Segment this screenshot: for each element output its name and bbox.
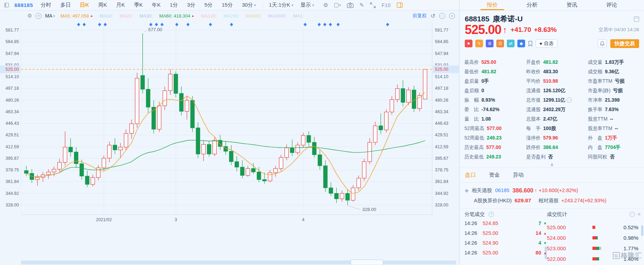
timeframe-tab-周K[interactable]: 周K: [98, 2, 107, 8]
price-adjust-mode-link[interactable]: 前复权: [412, 13, 427, 19]
chart-toolbar: 688185 分时多日日K周K月K季K年K1分3分5分15分30分▾ 1天:1分…: [0, 0, 459, 11]
ma-legend-items: MA5: 497.058▲MA10:MA20:MA30:MA60: 418.30…: [60, 13, 304, 19]
quote-cell-最高价: 最高价525.00: [464, 57, 526, 67]
price-up-arrow-icon: ↑: [503, 25, 507, 35]
subtab-资金[interactable]: 资金: [489, 171, 500, 179]
quote-cell-昨收价: 昨收价483.30: [526, 67, 588, 76]
timeframe-tab-15分[interactable]: 15分: [222, 2, 233, 8]
quote-cell-量比: 量 比1.08: [464, 114, 526, 124]
alert-bell-icon[interactable]: [598, 39, 607, 48]
stat-row[interactable]: 525.0000.52%: [547, 222, 640, 232]
quote-grid: 最高价525.00开盘价481.82成交量1.83万手最低价481.82昨收价4…: [460, 57, 644, 162]
ma-close-icon[interactable]: ×: [35, 13, 41, 19]
ma-legend-MA20[interactable]: MA20:: [120, 13, 133, 19]
undo-icon[interactable]: ↺: [431, 13, 435, 19]
quote-cell-52周最低: 52周最低249.23: [464, 133, 526, 143]
help-question-icon[interactable]: ?: [489, 212, 494, 217]
tick-row[interactable]: 14:26524.904▼: [464, 238, 547, 248]
stock-code: 688185: [465, 15, 489, 23]
timeframe-tab-季K[interactable]: 季K: [134, 2, 143, 8]
timeframe-tab-5分[interactable]: 5分: [204, 2, 213, 8]
tab-报价[interactable]: 报价: [485, 0, 500, 10]
quote-cell-是否盈利: 是否盈利否: [526, 152, 588, 162]
gelonghui-watermark: G 格隆汇: [613, 251, 642, 260]
draw-pencil-icon[interactable]: ✎: [360, 2, 364, 8]
tab-评论[interactable]: 评论: [604, 0, 619, 10]
tick-row[interactable]: 14:26525.0080▲: [464, 248, 547, 258]
ma-row-right: 前复权 ↺ − +: [412, 13, 459, 19]
f10-button[interactable]: F10: [382, 3, 391, 8]
ma-legend-MA10[interactable]: MA10:: [100, 13, 113, 19]
chart-region: 688185 分时多日日K周K月K季K年K1分3分5分15分30分▾ 1天:1分…: [0, 0, 459, 265]
period-selector[interactable]: 1天:1分K ▾: [269, 2, 293, 8]
timeframe-tab-月K[interactable]: 月K: [116, 2, 125, 8]
subtab-盘口[interactable]: 盘口: [465, 171, 476, 179]
svg-text:514.10: 514.10: [435, 74, 448, 79]
timeframe-tab-3分[interactable]: 3分: [187, 2, 195, 8]
ma-legend-MA500[interactable]: MA500:: [246, 13, 262, 19]
settings-gear-icon[interactable]: ⚙: [323, 2, 328, 8]
related-hk-line[interactable]: ◈ 相关港股 06185 386.600 ↑ +10.600(+2.82%): [465, 186, 639, 195]
quote-cell-平均价: 平均价510.98: [526, 76, 588, 86]
volume-stats-title: 成交统计: [547, 211, 567, 218]
bookmark-icon[interactable]: [528, 41, 533, 47]
timeframe-tab-1分[interactable]: 1分: [170, 2, 178, 8]
ma-menu-label[interactable]: MA: [45, 13, 52, 19]
tick-trades-column: 分笔成交 ? 14:26524.857▼14:26525.0014▲14:265…: [464, 209, 547, 262]
svg-text:328.00: 328.00: [362, 207, 376, 212]
candlestick-chart[interactable]: 581.77581.77564.85564.85547.94547.94531.…: [0, 21, 459, 265]
stat-row[interactable]: 524.0000.98%: [547, 232, 640, 243]
timeframe-tab-日K[interactable]: 日K: [80, 2, 89, 8]
ma-legend-MA30[interactable]: MA30:: [140, 13, 153, 19]
related-hk-code[interactable]: 06185: [495, 188, 509, 193]
subtab-异动[interactable]: 异动: [513, 171, 524, 179]
stats-list-scrollbar[interactable]: [641, 225, 643, 236]
price-change-percent: +8.63%: [534, 26, 557, 34]
tick-row[interactable]: 14:26525.0014▲: [464, 228, 547, 238]
ma-legend-MA1[interactable]: MA1:: [293, 13, 304, 19]
timeframe-tab-分时[interactable]: 分时: [41, 2, 51, 8]
tick-trades-list[interactable]: 14:26524.857▼14:26525.0014▲14:26524.904▼…: [464, 218, 547, 258]
ma-legend-MA120[interactable]: MA120:: [201, 13, 217, 19]
quote-cell-委比: 委 比-74.62%: [464, 105, 526, 114]
related-hk-label: 相关港股: [472, 187, 492, 194]
svg-text:525.00: 525.00: [435, 67, 448, 72]
sci-board-badge: ★: [465, 40, 472, 47]
navigator-handle[interactable]: [351, 260, 383, 265]
display-menu[interactable]: 显示 ▾: [300, 2, 314, 8]
zoom-out-icon[interactable]: −: [439, 13, 445, 19]
timeframe-tab-多日[interactable]: 多日: [60, 2, 71, 8]
quote-cell-总市值: 总市值1299.11亿⋯: [526, 95, 588, 105]
ma-legend-MA5[interactable]: MA5: 497.058▲: [60, 13, 93, 19]
camera-icon[interactable]: [347, 2, 354, 8]
ma-legend-MA60[interactable]: MA60: 418.304▲: [159, 13, 194, 19]
ellipsis-circle-icon[interactable]: ⋯: [630, 212, 635, 217]
ma-settings-gear-icon[interactable]: ⚙: [27, 13, 32, 19]
svg-text:463.34: 463.34: [6, 109, 19, 114]
timeframe-tab-30分[interactable]: 30分▾: [242, 2, 256, 8]
svg-text:429.51: 429.51: [6, 132, 19, 137]
tab-分析[interactable]: 分析: [524, 0, 539, 10]
candle-style-icon[interactable]: ▾: [334, 3, 341, 7]
svg-text:581.77: 581.77: [6, 28, 19, 33]
timeframe-tab-年K[interactable]: 年K: [152, 2, 161, 8]
collapse-chevron-icon[interactable]: ∧: [460, 162, 644, 168]
chart-navigator[interactable]: [21, 260, 456, 264]
tick-row[interactable]: 14:26524.857▼: [464, 218, 547, 228]
market-cap-info-icon[interactable]: ⋯: [566, 97, 572, 103]
ma-legend-MA1000[interactable]: MA1000:: [268, 13, 287, 19]
zoom-in-icon[interactable]: +: [449, 13, 455, 19]
panel-layout-icon[interactable]: [634, 16, 639, 22]
quick-trade-button[interactable]: 快捷交易: [610, 39, 639, 48]
tab-资讯[interactable]: 资讯: [564, 0, 579, 10]
fullscreen-expand-icon[interactable]: [370, 2, 376, 8]
side-panel-toggle-icon[interactable]: [397, 2, 403, 8]
window-icon[interactable]: [4, 3, 9, 7]
svg-text:446.43: 446.43: [6, 121, 19, 126]
list-icon[interactable]: ≡: [638, 211, 640, 217]
svg-text:480.26: 480.26: [435, 98, 448, 103]
toolbar-divider: [263, 2, 263, 8]
ma-legend-MA250[interactable]: MA250:: [223, 13, 239, 19]
add-watchlist-button[interactable]: ♥ 自选: [536, 39, 557, 48]
svg-text:361.84: 361.84: [6, 179, 19, 184]
